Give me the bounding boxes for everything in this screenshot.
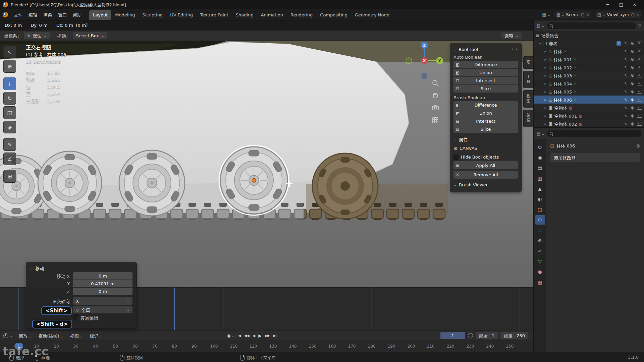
camera-icon[interactable]: [637, 122, 642, 126]
collapse-icon[interactable]: [30, 266, 33, 270]
previous-keyframe-button[interactable]: ◀◀: [244, 334, 249, 338]
measure-tool[interactable]: ∠: [3, 153, 16, 165]
move-y-field[interactable]: 0.47091 m: [73, 280, 132, 287]
expand-icon[interactable]: [544, 122, 547, 126]
axis-y-neg-ball[interactable]: [406, 58, 412, 64]
properties-search-input[interactable]: [547, 130, 641, 137]
tab-object-data[interactable]: ▽: [535, 257, 545, 266]
selectable-icon[interactable]: ↖: [624, 121, 627, 126]
view-menu[interactable]: 视图: [67, 331, 86, 340]
playhead-line[interactable]: [18, 288, 19, 330]
eye-icon[interactable]: ◉: [631, 89, 634, 94]
selectable-icon[interactable]: ↖: [624, 65, 627, 70]
tab-physics[interactable]: ⊚: [535, 236, 545, 245]
road-wheel-selected[interactable]: [219, 145, 289, 215]
outliner-row-object[interactable]: △ 柱体.001 ↖ ◉: [534, 55, 644, 63]
jump-to-start-button[interactable]: |◀: [237, 334, 241, 338]
timeline-ruler[interactable]: 1 10 20 30 40 50 60 70 80 90 100 110 120…: [0, 341, 533, 352]
editor-type-icon[interactable]: ▤: [536, 131, 545, 136]
maximize-button[interactable]: □: [614, 0, 628, 9]
markers-menu[interactable]: 标记: [87, 331, 105, 340]
apply-all-button[interactable]: Apply All: [453, 161, 518, 169]
tab-layout[interactable]: Layout: [89, 10, 111, 20]
scene-name[interactable]: Scene: [566, 12, 579, 17]
tab-tool[interactable]: ⚙: [535, 142, 545, 152]
eye-icon[interactable]: ◉: [631, 57, 634, 62]
camera-icon[interactable]: [637, 50, 642, 53]
view-layer-icon[interactable]: ▤: [597, 12, 605, 17]
cursor-tool[interactable]: ⊕: [3, 60, 16, 73]
tab-constraints[interactable]: ∞: [535, 246, 545, 256]
tab-sculpting[interactable]: Sculpting: [139, 10, 166, 20]
outliner-search-input[interactable]: [547, 22, 636, 29]
display-mode-icon[interactable]: ▥: [536, 23, 545, 28]
viewport-3d[interactable]: Z Y X: [0, 41, 533, 287]
expand-icon[interactable]: [544, 106, 547, 110]
auto-intersect-button[interactable]: ⊟Intersect: [453, 77, 518, 84]
rotate-tool[interactable]: ↻: [3, 92, 16, 105]
expand-icon[interactable]: [544, 90, 547, 94]
menu-edit[interactable]: 编辑: [25, 10, 40, 19]
sidebar-tab-view[interactable]: 视图: [523, 90, 533, 108]
record-button[interactable]: ◉: [227, 333, 234, 338]
camera-icon[interactable]: [637, 42, 642, 45]
tab-texture[interactable]: ▦: [535, 278, 545, 287]
jump-to-end-button[interactable]: ▶|: [273, 334, 276, 338]
collection-checkbox[interactable]: [616, 41, 621, 46]
auto-union-button[interactable]: ◩Union: [453, 69, 518, 76]
menu-file[interactable]: 文件: [11, 10, 25, 19]
move-x-field[interactable]: 0 m: [73, 272, 132, 280]
eye-icon[interactable]: ◉: [631, 113, 634, 118]
tab-uv-editing[interactable]: UV Editing: [166, 10, 197, 20]
tab-shading[interactable]: Shading: [232, 10, 257, 20]
grip-icon[interactable]: ⋮⋮: [511, 47, 518, 52]
active-object-name[interactable]: 柱体.006: [556, 142, 575, 149]
axis-dropdown[interactable]: X: [73, 297, 132, 305]
tab-particles[interactable]: ∴: [535, 226, 545, 235]
hide-bool-checkbox[interactable]: [453, 155, 459, 160]
auto-difference-button[interactable]: ◧Difference: [453, 61, 518, 68]
brush-intersect-button[interactable]: ⊟Intersect: [453, 117, 518, 125]
move-z-field[interactable]: 0 m: [73, 288, 132, 295]
annotate-tool[interactable]: ✎: [3, 138, 16, 151]
brush-viewer-section-header[interactable]: Brush Viewer: [453, 180, 518, 189]
falloff-checkbox[interactable]: [73, 315, 78, 320]
camera-icon[interactable]: [637, 106, 642, 110]
keying-menu[interactable]: 抠像(插帧): [36, 331, 66, 340]
playback-menu[interactable]: 回放: [16, 331, 34, 340]
outliner-row-object[interactable]: △ 柱体.003 ↖ ◉: [534, 71, 644, 79]
remove-all-button[interactable]: Remove All: [453, 171, 518, 179]
transform-tool[interactable]: ◈: [3, 121, 16, 133]
camera-icon[interactable]: [637, 114, 642, 118]
play-button[interactable]: ▶: [258, 333, 261, 338]
filter-icon[interactable]: [639, 23, 641, 28]
brush-slice-button[interactable]: ⊡Slice: [453, 125, 518, 133]
menu-render[interactable]: 渲染: [40, 10, 55, 19]
tab-world[interactable]: ◐: [535, 194, 545, 204]
tab-modifiers[interactable]: ⚙: [535, 215, 545, 225]
pin-icon[interactable]: [636, 143, 640, 148]
outliner-row-object-active[interactable]: △ 柱体.006 ↖ ◉: [534, 96, 644, 104]
sidebar-tab-item[interactable]: 项: [523, 56, 533, 69]
outliner-row-empty[interactable]: ▣ 空物体 ▧ ↖ ◉: [534, 104, 644, 112]
tab-object[interactable]: ▢: [535, 205, 545, 214]
hide-bool-objects-row[interactable]: Hide Bool objects: [453, 153, 518, 161]
bool-tool-title[interactable]: Bool Tool: [459, 47, 478, 52]
selectable-icon[interactable]: ↖: [624, 113, 627, 118]
current-frame-field[interactable]: 1: [440, 332, 465, 339]
camera-icon[interactable]: [637, 66, 642, 69]
drag-mode-dropdown[interactable]: Select Box: [73, 32, 107, 39]
outliner-row-object[interactable]: △ 柱体 ↖ ◉: [534, 47, 644, 55]
add-workspace-button[interactable]: ▦: [542, 12, 550, 17]
tab-material[interactable]: ●: [535, 267, 545, 277]
sidebar-tab-edit[interactable]: 编辑: [523, 110, 533, 127]
outliner-row-scene-collection[interactable]: ▤ 场景集合: [534, 31, 644, 39]
selectable-icon[interactable]: ↖: [624, 57, 627, 62]
close-button[interactable]: ×: [628, 0, 641, 9]
tab-render[interactable]: ◉: [535, 153, 545, 162]
tab-output[interactable]: ▤: [535, 163, 545, 173]
outliner-row-object[interactable]: △ 柱体.002 ↖ ◉: [534, 63, 644, 71]
selectable-icon[interactable]: ↖: [624, 49, 627, 54]
road-wheel-3[interactable]: [119, 150, 185, 216]
editor-type-icon[interactable]: [3, 333, 8, 338]
